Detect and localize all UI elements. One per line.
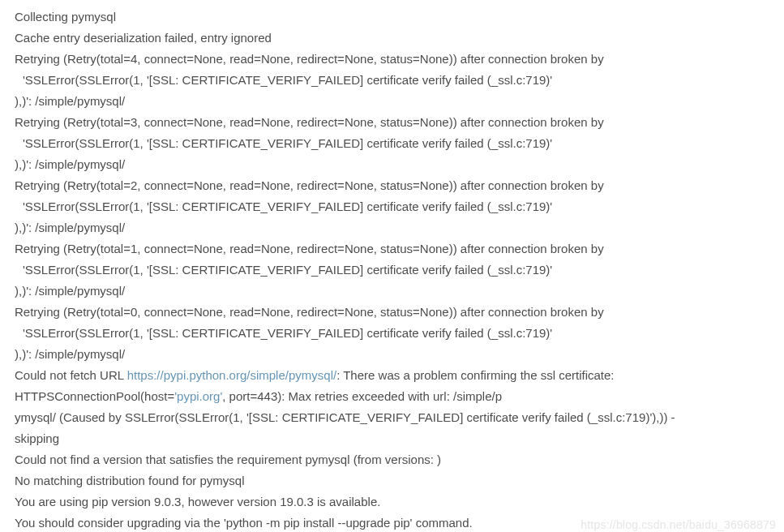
log-line: HTTPSConnectionPool(host='pypi.org', por… (15, 386, 769, 407)
log-line: 'SSLError(SSLError(1, '[SSL: CERTIFICATE… (15, 260, 769, 281)
log-line: ),)': /simple/pymysql/ (15, 281, 769, 302)
log-line: Cache entry deserialization failed, entr… (15, 28, 769, 49)
log-line: Could not fetch URL https://pypi.python.… (15, 365, 769, 386)
text-fragment: command. (412, 516, 472, 530)
log-line: ),)': /simple/pymysql/ (15, 154, 769, 175)
log-line: Retrying (Retry(total=1, connect=None, r… (15, 238, 769, 260)
log-line: ),)': /simple/pymysql/ (15, 217, 769, 238)
log-line: Retrying (Retry(total=2, connect=None, r… (15, 175, 769, 196)
log-line: skipping (15, 428, 769, 449)
log-line: 'SSLError(SSLError(1, '[SSL: CERTIFICATE… (15, 133, 769, 154)
log-line: Collecting pymysql (15, 6, 769, 28)
log-line: Retrying (Retry(total=0, connect=None, r… (15, 302, 769, 323)
pip-error-log: Collecting pymysql Cache entry deseriali… (15, 6, 769, 532)
log-line: 'SSLError(SSLError(1, '[SSL: CERTIFICATE… (15, 70, 769, 91)
log-line: 'SSLError(SSLError(1, '[SSL: CERTIFICATE… (15, 323, 769, 344)
log-line: You are using pip version 9.0.3, however… (15, 491, 769, 513)
log-line: You should consider upgrading via the 'p… (15, 513, 769, 532)
host-string: 'pypi.org' (174, 389, 222, 403)
log-line: Could not find a version that satisfies … (15, 449, 769, 470)
text-fragment: : There was a problem confirming the ssl… (336, 368, 614, 382)
text-fragment: , port=443): Max retries exceeded with u… (222, 389, 502, 403)
log-line: ),)': /simple/pymysql/ (15, 91, 769, 112)
text-fragment: You should consider upgrading via the (15, 516, 224, 530)
log-line: Retrying (Retry(total=3, connect=None, r… (15, 112, 769, 133)
log-line: ),)': /simple/pymysql/ (15, 344, 769, 365)
log-line: No matching distribution found for pymys… (15, 470, 769, 491)
pypi-url-link[interactable]: https://pypi.python.org/simple/pymysql/ (127, 368, 336, 382)
upgrade-command: 'python -m pip install --upgrade pip' (224, 516, 413, 530)
log-line: ymysql/ (Caused by SSLError(SSLError(1, … (15, 407, 769, 428)
log-line: Retrying (Retry(total=4, connect=None, r… (15, 49, 769, 70)
log-line: 'SSLError(SSLError(1, '[SSL: CERTIFICATE… (15, 196, 769, 217)
text-fragment: Could not fetch URL (15, 368, 127, 382)
text-fragment: HTTPSConnectionPool(host= (15, 389, 174, 403)
